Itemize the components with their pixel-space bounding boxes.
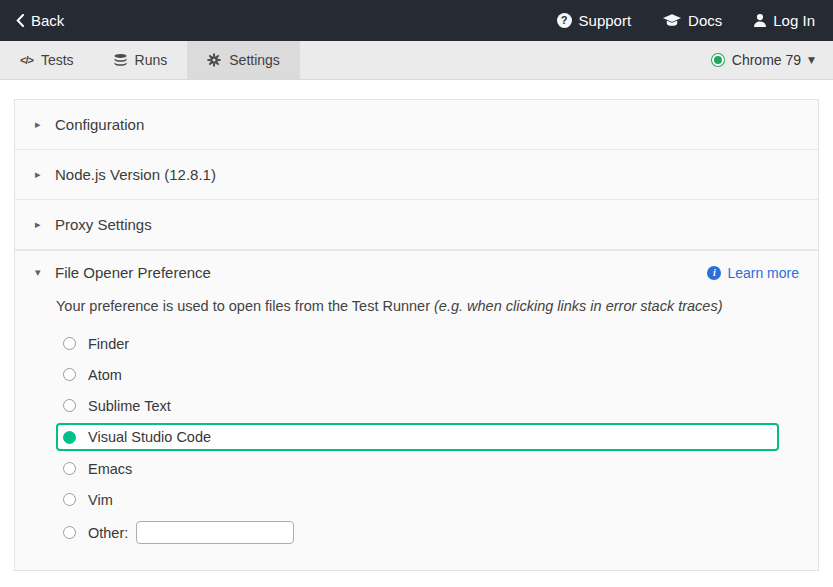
radio-selected-icon[interactable] <box>63 431 76 444</box>
option-label: Visual Studio Code <box>88 429 211 445</box>
login-link[interactable]: Log In <box>754 12 815 29</box>
docs-link[interactable]: Docs <box>663 12 722 29</box>
tab-runs[interactable]: Runs <box>94 41 188 79</box>
support-label: Support <box>579 12 632 29</box>
chevron-right-icon: ▸ <box>35 169 43 180</box>
section-configuration-title: Configuration <box>55 116 144 133</box>
option-label: Sublime Text <box>88 398 171 414</box>
radio-icon[interactable] <box>63 399 76 412</box>
description-note: (e.g. when clicking links in error stack… <box>434 298 723 314</box>
browser-dropdown[interactable]: Chrome 79 ▼ <box>711 41 833 79</box>
back-button[interactable]: Back <box>16 12 64 29</box>
learn-more-link[interactable]: i Learn more <box>707 265 799 281</box>
section-nodejs-title: Node.js Version (12.8.1) <box>55 166 216 183</box>
support-link[interactable]: ? Support <box>557 12 632 29</box>
settings-panel: ▸ Configuration ▸ Node.js Version (12.8.… <box>14 99 819 571</box>
user-icon <box>754 14 766 27</box>
graduation-cap-icon <box>663 14 681 27</box>
option-label: Vim <box>88 492 113 508</box>
option-label: Atom <box>88 367 122 383</box>
back-label: Back <box>31 12 64 29</box>
gear-icon <box>207 53 221 67</box>
tab-runs-label: Runs <box>135 52 168 68</box>
description-text: Your preference is used to open files fr… <box>56 298 434 314</box>
file-opener-description: Your preference is used to open files fr… <box>56 296 818 316</box>
radio-option-emacs[interactable]: Emacs <box>56 453 818 484</box>
radio-option-visual-studio-code[interactable]: Visual Studio Code <box>56 423 779 451</box>
topbar: Back ? Support Docs Log In <box>0 0 833 41</box>
info-icon: i <box>707 266 721 280</box>
settings-page: ▸ Configuration ▸ Node.js Version (12.8.… <box>0 80 833 571</box>
other-editor-input[interactable] <box>136 521 294 544</box>
radio-option-other[interactable]: Other: <box>56 515 818 550</box>
radio-icon[interactable] <box>63 526 76 539</box>
section-proxy-settings[interactable]: ▸ Proxy Settings <box>15 200 818 250</box>
database-icon <box>114 54 127 67</box>
tab-settings-label: Settings <box>229 52 280 68</box>
chevron-left-icon <box>16 14 24 27</box>
file-opener-body: Your preference is used to open files fr… <box>15 294 818 570</box>
browser-label: Chrome 79 <box>732 52 801 68</box>
section-configuration[interactable]: ▸ Configuration <box>15 100 818 150</box>
section-nodejs-version[interactable]: ▸ Node.js Version (12.8.1) <box>15 150 818 200</box>
option-label: Emacs <box>88 461 132 477</box>
option-label: Other: <box>88 525 128 541</box>
navbar: </> Tests Runs Settings Chrome 79 ▼ <box>0 41 833 80</box>
section-file-opener[interactable]: ▾ File Opener Preference i Learn more <box>15 250 818 294</box>
learn-more-label: Learn more <box>727 265 799 281</box>
tab-tests-label: Tests <box>41 52 74 68</box>
topbar-links: ? Support Docs Log In <box>557 12 815 29</box>
code-icon: </> <box>20 54 33 66</box>
tab-tests[interactable]: </> Tests <box>0 41 94 79</box>
question-circle-icon: ? <box>557 13 572 28</box>
radio-icon[interactable] <box>63 337 76 350</box>
radio-icon[interactable] <box>63 462 76 475</box>
docs-label: Docs <box>688 12 722 29</box>
chevron-right-icon: ▸ <box>35 119 43 130</box>
radio-option-vim[interactable]: Vim <box>56 484 818 515</box>
tab-settings[interactable]: Settings <box>187 41 300 79</box>
chevron-down-icon: ▼ <box>808 56 815 65</box>
radio-icon[interactable] <box>63 368 76 381</box>
chevron-right-icon: ▸ <box>35 219 43 230</box>
option-label: Finder <box>88 336 129 352</box>
chevron-down-icon: ▾ <box>35 267 43 278</box>
chrome-icon <box>711 53 725 67</box>
radio-option-atom[interactable]: Atom <box>56 359 818 390</box>
section-file-opener-title: File Opener Preference <box>55 264 211 281</box>
login-label: Log In <box>773 12 815 29</box>
radio-icon[interactable] <box>63 493 76 506</box>
radio-option-sublime-text[interactable]: Sublime Text <box>56 390 818 421</box>
section-proxy-title: Proxy Settings <box>55 216 152 233</box>
radio-option-finder[interactable]: Finder <box>56 328 818 359</box>
